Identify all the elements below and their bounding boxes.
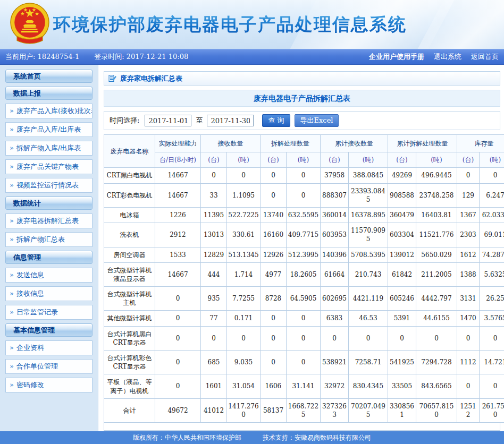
data-cell: 0 [155,311,201,326]
data-cell: 444 [201,262,227,286]
data-cell: 3273263 [321,398,349,422]
sidebar-section-7[interactable]: 数据统计 [5,197,93,210]
data-cell: 0 [457,168,480,183]
sidebar-item-2[interactable]: »废弃产品入库(接收)批次表 [5,104,93,118]
date-to-input[interactable] [207,115,254,126]
data-cell: 74.2875 [480,247,504,262]
current-user-value: 18248754-1 [37,53,79,61]
double-arrow-icon: » [10,235,14,243]
data-cell: 23393.0845 [349,183,388,207]
sidebar-item-9[interactable]: »拆解产物汇总表 [5,232,93,247]
product-name-cell: 台式微型计算机主机 [104,287,155,311]
col-unit-2-1: (吨) [287,152,321,168]
data-cell: 603953 [321,223,349,247]
sidebar-label: 接收信息 [16,289,44,297]
data-cell: 7294.728 [416,351,457,374]
product-name-cell: 台式计算机黑白CRT显示器 [104,326,155,350]
data-cell: 0 [155,374,201,398]
data-cell: 538921 [321,351,349,374]
export-excel-button[interactable]: 导出Excel [295,114,339,127]
sidebar-item-6[interactable]: »视频监控运行情况表 [5,178,93,193]
data-cell: 12829 [201,247,227,262]
data-cell: 16160 [261,223,287,247]
data-cell: 5391 [388,311,416,326]
data-cell: 0 [261,326,287,350]
product-name-cell: 洗衣机 [104,223,155,247]
table-row: CRT黑白电视机14667000037958388.084549269496.9… [104,168,504,183]
sidebar-item-8[interactable]: »废弃电器拆解汇总表 [5,214,93,228]
sidebar-item-16[interactable]: »合作单位管理 [5,359,93,374]
col-group-5: 库存量 [457,135,504,152]
data-cell: 16378.895 [349,207,388,223]
col-group-1: 接收数量 [201,135,261,152]
data-cell: 1.714 [227,262,261,286]
footer-support: 技术支持：安徽易商数码科技有限公司 [263,434,371,441]
sidebar-item-3[interactable]: »废弃产品入库/出库表 [5,122,93,137]
double-arrow-icon: » [10,362,14,370]
data-cell: 1.1095 [227,183,261,207]
main-content: 废弃家电拆解汇总表 废弃电器电子产品拆解汇总表 时间选择: 至 查 询 导出Ex… [98,65,504,431]
sidebar-item-13[interactable]: »日常监管记录 [5,305,93,320]
data-cell: 605246 [388,287,416,311]
data-cell: 0 [349,326,388,350]
sidebar-label: 数据上报 [13,89,41,97]
table-row: 洗衣机291213013330.6116160409.7715603953115… [104,223,504,247]
header-row-units: 台/日(8小时)(台)(吨)(台)(吨)(台)(吨)(台)(吨)(台)(吨) [104,152,504,168]
data-cell: 522.7225 [227,207,261,223]
col-unit-2-0: (台) [261,152,287,168]
col-unit-4-1: (吨) [416,152,457,168]
data-cell: 70657.8150 [416,398,457,422]
sidebar-label: 企业资料 [16,344,44,352]
data-cell: 70207.0495 [349,398,388,422]
data-cell: 2303 [457,223,480,247]
data-cell: 0 [261,351,287,374]
login-time: 登录时间:2017-12-21 10:08 [94,52,188,62]
sidebar-item-15[interactable]: »企业资料 [5,340,93,355]
data-cell: 211.2005 [416,262,457,286]
sidebar-label: 废弃产品入库(接收)批次表 [16,107,93,115]
userbar-link-1[interactable]: 退出系统 [434,52,461,62]
userbar-link-2[interactable]: 返回首页 [471,52,499,62]
data-cell: 261.7590 [480,398,504,422]
data-cell: 1388 [457,262,480,286]
double-arrow-icon: » [10,217,14,225]
data-cell: 602695 [321,287,349,311]
data-cell: 830.4345 [349,374,388,398]
sidebar-section-0[interactable]: 系统首页 [5,70,93,83]
userbar-link-0[interactable]: 企业用户使用手册 [369,52,424,62]
data-cell: 26.25 [480,287,504,311]
sidebar-section-14[interactable]: 基本信息管理 [5,323,93,337]
double-arrow-icon: » [10,381,14,389]
table-row: 平板（液晶、等离子）电视机0160131.054160631.141329728… [104,374,504,398]
data-cell: 1470 [457,311,480,326]
data-cell: 31.054 [227,374,261,398]
table-row: 台式微型计算机液晶显示器146674441.714497718.26056166… [104,262,504,286]
sidebar-label: 密码修改 [16,381,44,389]
data-cell: 0 [416,326,457,350]
search-button[interactable]: 查 询 [262,114,290,127]
data-cell: 0 [457,374,480,398]
data-cell: 0 [480,168,504,183]
dismantle-summary-table: 废弃电器名称实际处理能力接收数量拆解处理数量累计接收数量累计拆解处理数量库存量台… [104,134,504,423]
col-unit-1-1: (吨) [227,152,261,168]
sidebar-item-5[interactable]: »废弃产品关键产物表 [5,159,93,174]
data-cell: 0 [457,326,480,350]
sidebar-item-4[interactable]: »拆解产物入库/出库表 [5,141,93,156]
table-row: 电冰箱122611395522.722513740632.55953600141… [104,207,504,223]
sidebar-section-1[interactable]: 数据上报 [5,87,93,100]
data-cell: 4442.797 [416,287,457,311]
date-filter-label: 时间选择: [110,116,139,125]
sidebar-item-12[interactable]: »接收信息 [5,286,93,301]
sidebar-item-11[interactable]: »发送信息 [5,268,93,283]
data-cell: 69.011 [480,223,504,247]
double-arrow-icon: » [10,163,14,170]
report-table-head: 废弃电器名称实际处理能力接收数量拆解处理数量累计接收数量累计拆解处理数量库存量台… [104,135,504,168]
data-cell: 14667 [155,183,201,207]
sidebar-item-17[interactable]: »密码修改 [5,378,93,392]
data-cell: 46.53 [349,311,388,326]
date-from-input[interactable] [145,115,191,126]
col-unit-5-0: (台) [457,152,480,168]
sidebar-section-10[interactable]: 信息管理 [5,251,93,264]
data-cell: 0 [261,168,287,183]
double-arrow-icon: » [10,344,14,352]
